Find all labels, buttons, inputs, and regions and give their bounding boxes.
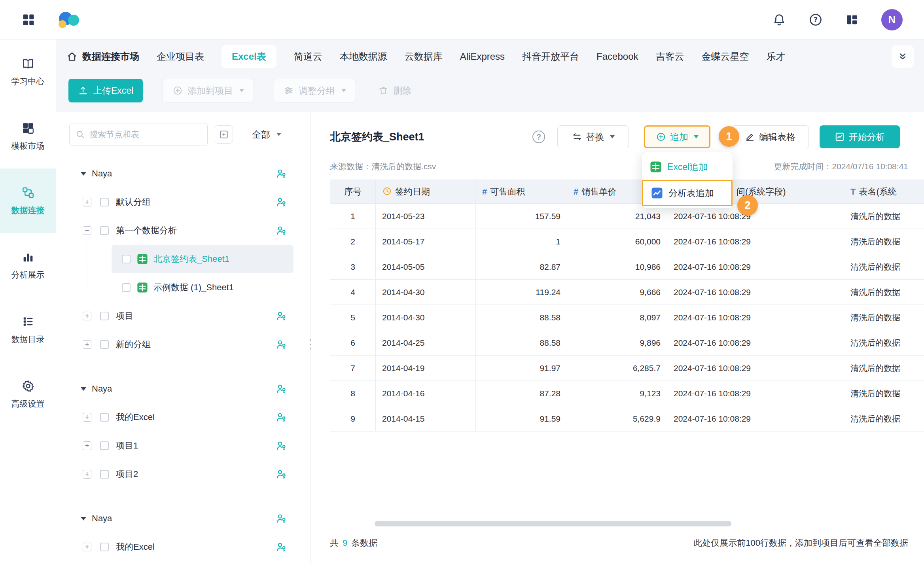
title-help-icon[interactable] (532, 131, 545, 143)
tree-owner-naya[interactable]: Naya (56, 504, 310, 533)
cell: 88.58 (476, 330, 567, 356)
add-to-project-button[interactable]: 添加到项目 (163, 79, 254, 102)
collapse-minus-icon[interactable] (83, 226, 91, 235)
caret-down-icon[interactable] (81, 517, 86, 520)
sidebar-item-settings[interactable]: 高级设置 (0, 362, 56, 426)
tab-lecai[interactable]: 乐才 (767, 50, 786, 63)
sidebar-item-data-catalog[interactable]: 数据目录 (0, 297, 56, 362)
permission-key-icon[interactable] (275, 310, 287, 322)
checkbox[interactable] (100, 226, 109, 235)
menu-item-excel-append[interactable]: Excel追加 (642, 154, 733, 180)
permission-key-icon[interactable] (275, 168, 287, 180)
tab-kingdee[interactable]: 金蝶云星空 (702, 50, 749, 63)
sidebar-item-learning[interactable]: 学习中心 (0, 40, 56, 104)
table-row: 72014-04-1991.976,285.72024-07-16 10:08:… (330, 356, 924, 381)
layout-icon[interactable] (845, 13, 859, 27)
col-header-table-name[interactable]: T表名(系统 (844, 180, 924, 204)
checkbox[interactable] (100, 413, 109, 422)
tab-jikeyun[interactable]: 吉客云 (656, 50, 684, 63)
permission-key-icon[interactable] (275, 196, 287, 208)
plus-circle-icon (172, 85, 183, 96)
tree-group-default[interactable]: 默认分组 (56, 188, 310, 216)
panel-resize-handle[interactable]: ⋮ (305, 332, 316, 356)
replace-button[interactable]: 替换 (557, 125, 629, 148)
tree-item-label: 项目1 (116, 440, 138, 452)
cell: 清洗后的数据 (844, 330, 924, 356)
nav-market[interactable]: 数据连接市场 (66, 50, 139, 63)
expand-plus-icon[interactable] (83, 340, 91, 349)
tab-local-datasource[interactable]: 本地数据源 (340, 50, 387, 63)
menu-item-table-append[interactable]: 分析表追加 (642, 180, 733, 206)
permission-key-icon[interactable] (275, 339, 287, 350)
tree-sheet-sample[interactable]: 示例数据 (1)_Sheet1 (112, 273, 293, 302)
tree-owner-naya[interactable]: Naya (56, 375, 310, 403)
chevron-down-icon (341, 89, 346, 92)
tree-owner-label: Naya (92, 513, 112, 524)
tree-group-project1[interactable]: 项目1 (56, 432, 310, 460)
tree-group-project[interactable]: 项目 (56, 302, 310, 330)
tree-group-first-analysis[interactable]: 第一个数据分析 (56, 216, 310, 245)
expand-plus-icon[interactable] (83, 198, 91, 206)
col-header-index[interactable]: 序号 (330, 180, 376, 204)
help-icon[interactable]: ? (808, 13, 823, 27)
search-icon (75, 129, 85, 140)
expand-all-button[interactable] (215, 125, 233, 144)
expand-plus-icon[interactable] (83, 543, 91, 551)
checkbox[interactable] (100, 470, 109, 479)
caret-down-icon[interactable] (81, 387, 86, 391)
expand-plus-icon[interactable] (83, 413, 91, 422)
sidebar-item-data-connection[interactable]: 数据连接 (0, 168, 56, 233)
checkbox[interactable] (100, 340, 109, 349)
append-button[interactable]: 追加 (644, 125, 710, 148)
bell-icon[interactable] (772, 13, 786, 27)
tab-douyin[interactable]: 抖音开放平台 (522, 50, 579, 63)
sidebar-item-template-market[interactable]: 模板市场 (0, 104, 56, 168)
search-input[interactable] (89, 130, 202, 139)
checkbox[interactable] (100, 198, 109, 206)
permission-key-icon[interactable] (275, 541, 287, 553)
expand-plus-icon[interactable] (83, 441, 91, 450)
tab-cloud-database[interactable]: 云数据库 (405, 50, 443, 63)
start-analysis-button[interactable]: 开始分析 (820, 125, 900, 148)
tree-group-project2[interactable]: 项目2 (56, 460, 310, 488)
expand-plus-icon[interactable] (83, 312, 91, 320)
permission-key-icon[interactable] (275, 440, 287, 452)
tab-aliexpress[interactable]: AliExpress (460, 51, 505, 62)
filter-all-dropdown[interactable]: 全部 (252, 129, 281, 141)
adjust-group-button[interactable]: 调整分组 (274, 79, 356, 102)
permission-key-icon[interactable] (275, 468, 287, 480)
upload-excel-button[interactable]: 上传Excel (68, 79, 143, 102)
permission-key-icon[interactable] (275, 383, 287, 395)
permission-key-icon[interactable] (275, 411, 287, 423)
caret-down-icon[interactable] (81, 172, 86, 176)
header-band: 数据连接市场 企业项目表 Excel表 简道云 本地数据源 云数据库 AliEx… (56, 40, 924, 112)
tab-jiandaoyun[interactable]: 简道云 (294, 50, 322, 63)
avatar[interactable]: N (881, 9, 903, 30)
app-grid-icon[interactable] (21, 13, 36, 27)
horizontal-scrollbar-thumb[interactable] (375, 521, 731, 526)
permission-key-icon[interactable] (275, 513, 287, 524)
tab-excel[interactable]: Excel表 (222, 45, 276, 68)
permission-key-icon[interactable] (275, 225, 287, 237)
tree-group-my-excel[interactable]: 我的Excel (56, 533, 310, 561)
checkbox[interactable] (122, 255, 131, 263)
tree-group-my-excel[interactable]: 我的Excel (56, 403, 310, 432)
tab-facebook[interactable]: Facebook (596, 51, 638, 62)
checkbox[interactable] (100, 312, 109, 320)
checkbox[interactable] (100, 543, 109, 551)
col-header-sign-date[interactable]: 签约日期 (376, 180, 476, 204)
col-header-sellable-area[interactable]: #可售面积 (476, 180, 567, 204)
checkbox[interactable] (122, 283, 131, 292)
delete-button[interactable]: 删除 (376, 79, 414, 102)
expand-tabs-button[interactable] (892, 45, 914, 68)
checkbox[interactable] (100, 441, 109, 450)
edit-table-button[interactable]: 编辑表格 (731, 125, 809, 148)
brand-logo[interactable] (54, 8, 85, 31)
tree-owner-naya[interactable]: Naya (56, 159, 310, 188)
cell: 8 (330, 381, 376, 406)
tree-sheet-beijing[interactable]: 北京签约表_Sheet1 (112, 245, 293, 273)
tab-enterprise-project[interactable]: 企业项目表 (157, 50, 204, 63)
tree-group-new[interactable]: 新的分组 (56, 330, 310, 359)
expand-plus-icon[interactable] (83, 470, 91, 479)
sidebar-item-analysis[interactable]: 分析展示 (0, 233, 56, 297)
